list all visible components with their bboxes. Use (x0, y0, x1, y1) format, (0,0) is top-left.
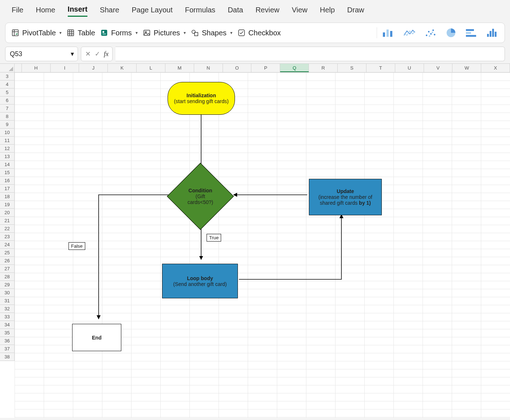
row-header-6[interactable]: 6 (0, 97, 14, 105)
pie-chart-icon[interactable] (446, 27, 456, 38)
svg-point-19 (432, 32, 433, 33)
row-header-16[interactable]: 16 (0, 177, 14, 185)
cancel-formula-icon[interactable]: ✕ (85, 50, 91, 58)
pictures-button[interactable]: Pictures ▾ (143, 29, 186, 37)
column-header-R[interactable]: R (309, 64, 338, 72)
row-header-33[interactable]: 33 (0, 313, 14, 321)
scatter-chart-icon[interactable] (424, 28, 437, 38)
menu-formulas[interactable]: Formulas (185, 6, 215, 16)
column-header-X[interactable]: X (481, 64, 510, 72)
row-header-24[interactable]: 24 (0, 241, 14, 249)
row-header-31[interactable]: 31 (0, 297, 14, 305)
row-header-18[interactable]: 18 (0, 193, 14, 201)
accept-formula-icon[interactable]: ✓ (94, 50, 100, 58)
row-header-23[interactable]: 23 (0, 233, 14, 241)
row-header-10[interactable]: 10 (0, 129, 14, 137)
menu-data[interactable]: Data (228, 6, 243, 16)
row-header-26[interactable]: 26 (0, 257, 14, 265)
menu-page-layout[interactable]: Page Layout (132, 6, 172, 16)
row-header-29[interactable]: 29 (0, 281, 14, 289)
column-header-W[interactable]: W (452, 64, 481, 72)
shapes-icon (191, 29, 199, 37)
histogram-icon[interactable] (486, 28, 499, 38)
pivottable-button[interactable]: PivotTable ▾ (11, 29, 62, 37)
flowchart-end[interactable]: End (72, 324, 121, 351)
menu-share[interactable]: Share (100, 6, 119, 16)
column-header-P[interactable]: P (251, 64, 280, 72)
formula-bar: Q53 ▾ ✕ ✓ fx (0, 44, 510, 63)
row-header-35[interactable]: 35 (0, 329, 14, 337)
menu-view[interactable]: View (292, 6, 307, 16)
column-header-U[interactable]: U (395, 64, 424, 72)
svg-rect-0 (12, 30, 19, 36)
name-box[interactable]: Q53 ▾ (5, 47, 78, 61)
column-chart-icon[interactable] (382, 28, 395, 38)
row-header-12[interactable]: 12 (0, 145, 14, 153)
shapes-button[interactable]: Shapes ▾ (191, 29, 232, 37)
column-header-L[interactable]: L (137, 64, 165, 72)
menu-help[interactable]: Help (320, 6, 335, 16)
table-button[interactable]: Table (67, 29, 95, 37)
column-header-M[interactable]: M (165, 64, 194, 72)
row-header-25[interactable]: 25 (0, 249, 14, 257)
row-header-14[interactable]: 14 (0, 161, 14, 169)
column-header-T[interactable]: T (366, 64, 395, 72)
row-header-37[interactable]: 37 (0, 345, 14, 353)
menu-review[interactable]: Review (255, 6, 279, 16)
flowchart-loop-body[interactable]: Loop body (Send another gift card) (162, 264, 238, 298)
row-header-8[interactable]: 8 (0, 113, 14, 121)
row-header-11[interactable]: 11 (0, 137, 14, 145)
svg-rect-27 (495, 32, 497, 37)
column-header-I[interactable]: I (51, 64, 79, 72)
row-header-34[interactable]: 34 (0, 321, 14, 329)
row-header-21[interactable]: 21 (0, 217, 14, 225)
svg-rect-3 (103, 31, 105, 33)
row-header-5[interactable]: 5 (0, 89, 14, 97)
row-header-36[interactable]: 36 (0, 337, 14, 345)
row-header-3[interactable]: 3 (0, 72, 14, 81)
row-header-17[interactable]: 17 (0, 185, 14, 193)
flowchart-condition[interactable]: Condition (Gift cards<50?) (177, 173, 224, 220)
select-all-corner[interactable] (0, 64, 15, 72)
fx-icon[interactable]: fx (104, 50, 109, 58)
column-headers: HIJKLMNOPQRSTUVWX (15, 64, 510, 72)
row-header-32[interactable]: 32 (0, 305, 14, 313)
edge-label-false: False (68, 242, 85, 250)
forms-button[interactable]: Forms ▾ (100, 29, 138, 37)
menu-insert[interactable]: Insert (68, 5, 87, 17)
row-header-38[interactable]: 38 (0, 353, 14, 361)
checkbox-button[interactable]: Checkbox (238, 29, 281, 37)
row-header-4[interactable]: 4 (0, 81, 14, 89)
row-header-19[interactable]: 19 (0, 201, 14, 209)
column-header-N[interactable]: N (194, 64, 223, 72)
pivottable-icon (11, 29, 19, 37)
column-header-O[interactable]: O (223, 64, 252, 72)
row-header-7[interactable]: 7 (0, 105, 14, 113)
row-header-13[interactable]: 13 (0, 153, 14, 161)
row-header-30[interactable]: 30 (0, 289, 14, 297)
column-header-K[interactable]: K (108, 64, 137, 72)
flowchart-update[interactable]: Update (increase the number of shared gi… (309, 179, 382, 215)
pivottable-label: PivotTable (22, 29, 56, 37)
flowchart-initialization[interactable]: Initialization (start sending gift cards… (168, 82, 235, 115)
svg-rect-23 (466, 35, 476, 37)
row-header-22[interactable]: 22 (0, 225, 14, 233)
column-header-H[interactable]: H (22, 64, 51, 72)
bar-chart-icon[interactable] (465, 28, 478, 38)
menu-home[interactable]: Home (36, 6, 55, 16)
spreadsheet[interactable]: HIJKLMNOPQRSTUVWX 3456789101112131415161… (0, 63, 510, 418)
chevron-down-icon: ▾ (184, 30, 186, 35)
row-header-9[interactable]: 9 (0, 121, 14, 129)
column-header-S[interactable]: S (338, 64, 366, 72)
row-header-27[interactable]: 27 (0, 265, 14, 273)
formula-input[interactable] (115, 47, 505, 61)
menu-file[interactable]: File (12, 6, 23, 16)
line-chart-icon[interactable] (403, 28, 416, 38)
column-header-V[interactable]: V (424, 64, 453, 72)
column-header-J[interactable]: J (79, 64, 108, 72)
row-header-28[interactable]: 28 (0, 273, 14, 281)
menu-draw[interactable]: Draw (347, 6, 364, 16)
row-header-15[interactable]: 15 (0, 169, 14, 177)
column-header-Q[interactable]: Q (280, 64, 309, 72)
row-header-20[interactable]: 20 (0, 209, 14, 217)
